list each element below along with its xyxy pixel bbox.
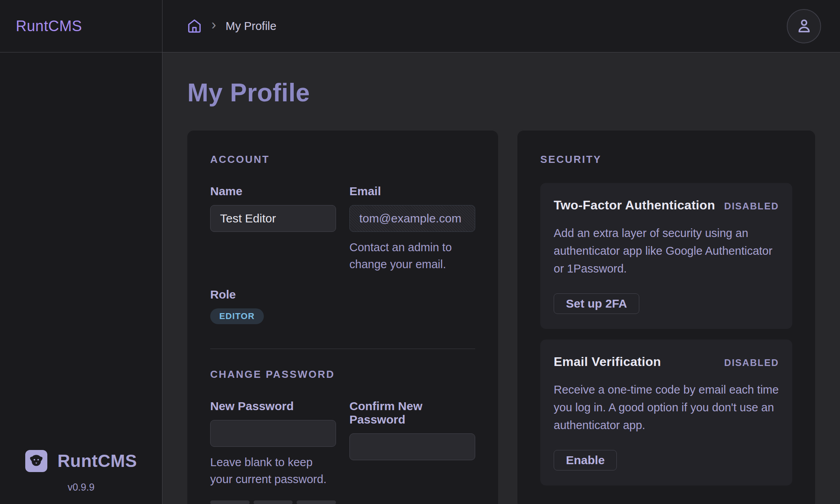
- name-label: Name: [210, 185, 336, 198]
- email-helper-text: Contact an admin to change your email.: [349, 239, 475, 273]
- top-bar: › My Profile: [162, 0, 840, 52]
- divider: [210, 349, 475, 349]
- password-strength-segment: [297, 500, 336, 504]
- user-icon: [795, 17, 813, 35]
- confirm-password-group: Confirm New Password: [349, 399, 475, 504]
- two-factor-title: Two-Factor Authentication: [554, 198, 715, 213]
- email-verification-status-badge: DISABLED: [724, 357, 779, 368]
- new-password-group: New Password Leave blank to keep your cu…: [210, 399, 336, 504]
- email-verification-header: Email Verification DISABLED: [554, 355, 779, 369]
- email-verification-title: Email Verification: [554, 355, 661, 369]
- main-content: My Profile ACCOUNT Name Email Contact an…: [162, 52, 840, 504]
- account-form-grid: Name Email Contact an admin to change yo…: [210, 185, 475, 273]
- email-label: Email: [349, 185, 475, 198]
- role-group: Role EDITOR: [210, 288, 475, 324]
- dog-logo: [25, 450, 47, 472]
- password-strength-meter: [210, 500, 336, 504]
- page-title: My Profile: [187, 79, 815, 106]
- role-badge: EDITOR: [210, 308, 264, 324]
- two-factor-subcard: Two-Factor Authentication DISABLED Add a…: [540, 183, 792, 329]
- home-icon[interactable]: [187, 19, 202, 34]
- chevron-right-icon: ›: [211, 18, 216, 34]
- sidebar-brand: RuntCMS: [0, 0, 162, 52]
- name-field-group: Name: [210, 185, 336, 273]
- password-strength-segment: [210, 500, 250, 504]
- email-verification-description: Receive a one-time code by email each ti…: [554, 381, 779, 434]
- enable-email-verification-button[interactable]: Enable: [554, 450, 617, 470]
- footer-brand-name: RuntCMS: [58, 451, 137, 471]
- password-form-grid: New Password Leave blank to keep your cu…: [210, 399, 475, 504]
- email-verification-subcard: Email Verification DISABLED Receive a on…: [540, 340, 792, 485]
- cards-row: ACCOUNT Name Email Contact an admin to c…: [187, 131, 815, 504]
- app-version: v0.9.9: [67, 482, 94, 493]
- password-helper-text: Leave blank to keep your current passwor…: [210, 454, 336, 488]
- two-factor-status-badge: DISABLED: [724, 201, 779, 212]
- name-input[interactable]: [210, 205, 336, 232]
- role-label: Role: [210, 288, 475, 301]
- two-factor-description: Add an extra layer of security using an …: [554, 224, 779, 278]
- dog-icon: [28, 452, 45, 470]
- account-section-heading: ACCOUNT: [210, 153, 475, 166]
- new-password-input[interactable]: [210, 420, 336, 447]
- new-password-label: New Password: [210, 399, 336, 413]
- sidebar: RuntCMS RuntCMS v0.9.9: [0, 0, 162, 504]
- confirm-password-label: Confirm New Password: [349, 399, 475, 426]
- two-factor-header: Two-Factor Authentication DISABLED: [554, 198, 779, 213]
- brand-name: RuntCMS: [16, 18, 82, 35]
- breadcrumb-current: My Profile: [226, 20, 276, 33]
- avatar-button[interactable]: [787, 9, 821, 43]
- email-field-group: Email Contact an admin to change your em…: [349, 185, 475, 273]
- confirm-password-input[interactable]: [349, 433, 475, 460]
- security-section-heading: SECURITY: [540, 153, 792, 166]
- email-input: [349, 205, 475, 232]
- password-section-heading: CHANGE PASSWORD: [210, 368, 475, 381]
- account-card: ACCOUNT Name Email Contact an admin to c…: [187, 131, 498, 504]
- sidebar-footer: RuntCMS v0.9.9: [0, 450, 162, 493]
- password-strength-segment: [254, 500, 293, 504]
- setup-2fa-button[interactable]: Set up 2FA: [554, 293, 639, 314]
- security-card: SECURITY Two-Factor Authentication DISAB…: [517, 131, 815, 504]
- footer-brand-row: RuntCMS: [25, 450, 137, 472]
